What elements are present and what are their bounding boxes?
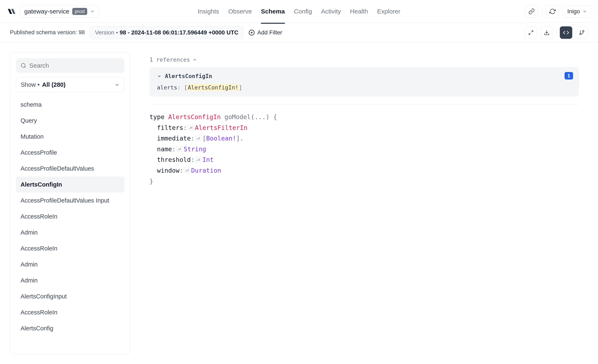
search-box[interactable] [16,58,124,73]
type-list-item[interactable]: Query [16,113,124,129]
reference-body: alerts: [AlertsConfigIn!] [157,84,571,91]
stats-icon[interactable] [176,146,182,152]
search-icon [21,63,26,68]
type-list-item[interactable]: AlertsConfigInput [16,289,124,304]
reference-header[interactable]: AlertsConfigIn [157,73,571,79]
show-filter-dropdown[interactable]: Show • All (280) [16,77,124,92]
svg-line-4 [529,33,531,35]
subheader: Published schema version: 98 Version • 9… [0,23,598,42]
separator [542,7,542,16]
type-list-item[interactable]: AccessProfileDefaultValues [16,161,124,177]
chevron-down-icon [90,9,95,14]
type-list-item[interactable]: AccessProfileDefaultValues Input [16,193,124,209]
svg-line-3 [531,31,533,32]
type-list-item[interactable]: AccessRoleIn [16,241,124,257]
main-nav: Insights Observe Schema Config Activity … [198,0,400,23]
chevron-down-icon [157,74,162,78]
chevron-up-icon [192,57,197,62]
type-list: schemaQueryMutationAccessProfileAccessPr… [16,97,124,348]
type-list-item[interactable]: AccessProfile [16,145,124,161]
svg-point-8 [580,33,581,35]
reference-count-badge: 1 [565,72,573,80]
type-list-item[interactable]: AccessRoleIn [16,304,124,320]
nav-explorer[interactable]: Explorer [377,0,400,23]
stats-icon[interactable] [188,125,194,130]
nav-schema[interactable]: Schema [261,0,285,24]
version-selector[interactable]: Version • 98 - 2024-11-08 06:01:17.59644… [90,26,244,39]
type-list-item[interactable]: AccessRoleIn [16,209,124,225]
nav-health[interactable]: Health [350,0,368,23]
type-list-item[interactable]: Admin [16,273,124,289]
subheader-actions [525,26,588,39]
logo [7,7,16,16]
type-list-item[interactable]: Mutation [16,129,124,145]
svg-point-7 [583,30,584,32]
svg-line-10 [25,67,25,68]
divider [150,104,579,105]
published-version-label: Published schema version: 98 [10,29,85,36]
add-filter-button[interactable]: Add Filter [249,29,282,36]
refresh-button[interactable] [546,5,559,18]
body: Show • All (280) schemaQueryMutationAcce… [0,42,598,364]
env-badge: prod [72,8,87,15]
main-content: 1 references AlertsConfigIn alerts: [Ale… [140,52,588,354]
type-list-item[interactable]: AlertsConfigIn [16,177,124,193]
stats-icon[interactable] [195,157,201,162]
type-list-item[interactable]: schema [16,97,124,113]
svg-point-9 [21,64,25,67]
nav-config[interactable]: Config [294,0,312,23]
service-name: gateway-service [24,8,69,15]
type-list-item[interactable]: Admin [16,257,124,273]
type-list-item[interactable]: AlertsConfig [16,320,124,336]
nav-insights[interactable]: Insights [198,0,219,23]
expand-button[interactable] [525,26,537,39]
chevron-down-icon [115,82,120,87]
schema-code: type AlertsConfigIn goModel(...) {filter… [150,112,579,186]
nav-observe[interactable]: Observe [228,0,252,23]
chevron-down-icon [582,9,587,14]
code-view-button[interactable] [560,26,572,39]
header-actions: Inigo [525,5,591,18]
link-button[interactable] [525,5,538,18]
type-list-item[interactable]: Admin [16,225,124,241]
download-button[interactable] [540,26,553,39]
reference-box: AlertsConfigIn alerts: [AlertsConfigIn!]… [150,67,579,97]
plus-circle-icon [249,30,255,36]
user-name: Inigo [567,8,580,15]
stats-icon[interactable] [184,168,190,173]
nav-activity[interactable]: Activity [321,0,341,23]
header: gateway-service prod Insights Observe Sc… [0,0,598,23]
user-menu[interactable]: Inigo [563,5,591,17]
branch-view-button[interactable] [576,26,588,39]
search-input[interactable] [29,62,120,69]
separator [556,28,556,37]
service-selector[interactable]: gateway-service prod [20,5,99,18]
stats-icon[interactable] [195,136,201,141]
references-toggle[interactable]: 1 references [150,57,579,63]
sidebar: Show • All (280) schemaQueryMutationAcce… [10,52,130,354]
